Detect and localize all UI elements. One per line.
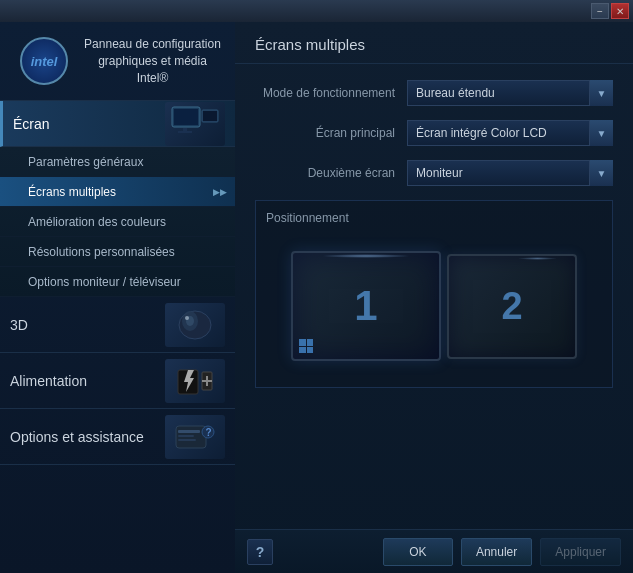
svg-rect-14 bbox=[178, 430, 200, 433]
sidebar: intel Panneau de configuration graphique… bbox=[0, 22, 235, 573]
positioning-title: Positionnement bbox=[266, 211, 602, 225]
submenu-options-moniteur[interactable]: Options moniteur / téléviseur bbox=[0, 267, 235, 297]
mode-select-wrapper: Bureau étendu Cloner les affichages Affi… bbox=[407, 80, 613, 106]
svg-text:?: ? bbox=[206, 427, 212, 438]
submenu-parametres[interactable]: Paramètres généraux bbox=[0, 147, 235, 177]
logo-area: intel Panneau de configuration graphique… bbox=[0, 22, 235, 101]
intel-logo: intel bbox=[20, 37, 68, 85]
mode-row: Mode de fonctionnement Bureau étendu Clo… bbox=[255, 80, 613, 106]
submenu-ecrans-multiples[interactable]: Écrans multiples bbox=[0, 177, 235, 207]
ok-button[interactable]: OK bbox=[383, 538, 453, 566]
nav-label-alimentation: Alimentation bbox=[10, 373, 165, 389]
positioning-section: Positionnement 1 2 bbox=[255, 200, 613, 388]
nav-item-3d[interactable]: 3D bbox=[0, 297, 235, 353]
nav-thumb-alimentation bbox=[165, 359, 225, 403]
help-button[interactable]: ? bbox=[247, 539, 273, 565]
submenu-ecran: Paramètres généraux Écrans multiples Amé… bbox=[0, 147, 235, 297]
second-select-wrapper: Moniteur Aucun ▼ bbox=[407, 160, 613, 186]
second-select[interactable]: Moniteur Aucun bbox=[407, 160, 613, 186]
svg-rect-3 bbox=[203, 111, 217, 121]
apply-button[interactable]: Appliquer bbox=[540, 538, 621, 566]
windows-icon-1 bbox=[299, 339, 313, 353]
submenu-amelioration[interactable]: Amélioration des couleurs bbox=[0, 207, 235, 237]
monitor-1-label: 1 bbox=[354, 282, 377, 330]
principal-select[interactable]: Écran intégré Color LCD Moniteur bbox=[407, 120, 613, 146]
svg-rect-4 bbox=[183, 128, 187, 131]
nav-item-options-assistance[interactable]: Options et assistance ? bbox=[0, 409, 235, 465]
mode-label: Mode de fonctionnement bbox=[255, 86, 395, 100]
positioning-display: 1 2 bbox=[266, 235, 602, 377]
svg-point-9 bbox=[185, 316, 189, 320]
nav-thumb-3d bbox=[165, 303, 225, 347]
monitor-2: 2 bbox=[447, 254, 577, 359]
svg-rect-16 bbox=[178, 439, 196, 441]
principal-select-wrapper: Écran intégré Color LCD Moniteur ▼ bbox=[407, 120, 613, 146]
monitor-2-label: 2 bbox=[501, 285, 522, 328]
nav-item-alimentation[interactable]: Alimentation bbox=[0, 353, 235, 409]
principal-row: Écran principal Écran intégré Color LCD … bbox=[255, 120, 613, 146]
app-title: Panneau de configuration graphiques et m… bbox=[80, 36, 225, 86]
monitor-2-glow bbox=[518, 257, 557, 260]
page-title: Écrans multiples bbox=[255, 36, 613, 53]
svg-rect-5 bbox=[178, 131, 192, 133]
svg-rect-1 bbox=[174, 109, 198, 125]
content-header: Écrans multiples bbox=[235, 22, 633, 64]
content-body: Mode de fonctionnement Bureau étendu Clo… bbox=[235, 64, 633, 529]
nav-label-options-assistance: Options et assistance bbox=[10, 429, 165, 445]
principal-label: Écran principal bbox=[255, 126, 395, 140]
mode-select[interactable]: Bureau étendu Cloner les affichages Affi… bbox=[407, 80, 613, 106]
minimize-button[interactable]: − bbox=[591, 3, 609, 19]
nav-label-ecran: Écran bbox=[13, 116, 165, 132]
svg-rect-15 bbox=[178, 435, 194, 437]
submenu-resolutions[interactable]: Résolutions personnalisées bbox=[0, 237, 235, 267]
second-row: Deuxième écran Moniteur Aucun ▼ bbox=[255, 160, 613, 186]
monitor-1-glow bbox=[321, 254, 411, 258]
nav-thumb-ecran bbox=[165, 102, 225, 146]
nav-label-3d: 3D bbox=[10, 317, 165, 333]
monitor-2-box[interactable]: 2 bbox=[447, 254, 577, 359]
second-label: Deuxième écran bbox=[255, 166, 395, 180]
title-bar: − ✕ bbox=[0, 0, 633, 22]
monitor-1: 1 bbox=[291, 251, 441, 361]
main-content: Écrans multiples Mode de fonctionnement … bbox=[235, 22, 633, 573]
close-button[interactable]: ✕ bbox=[611, 3, 629, 19]
bottom-bar: ? OK Annuler Appliquer bbox=[235, 529, 633, 573]
nav-thumb-options-assistance: ? bbox=[165, 415, 225, 459]
monitor-1-box[interactable]: 1 bbox=[291, 251, 441, 361]
nav-item-ecran[interactable]: Écran bbox=[0, 101, 235, 147]
cancel-button[interactable]: Annuler bbox=[461, 538, 532, 566]
